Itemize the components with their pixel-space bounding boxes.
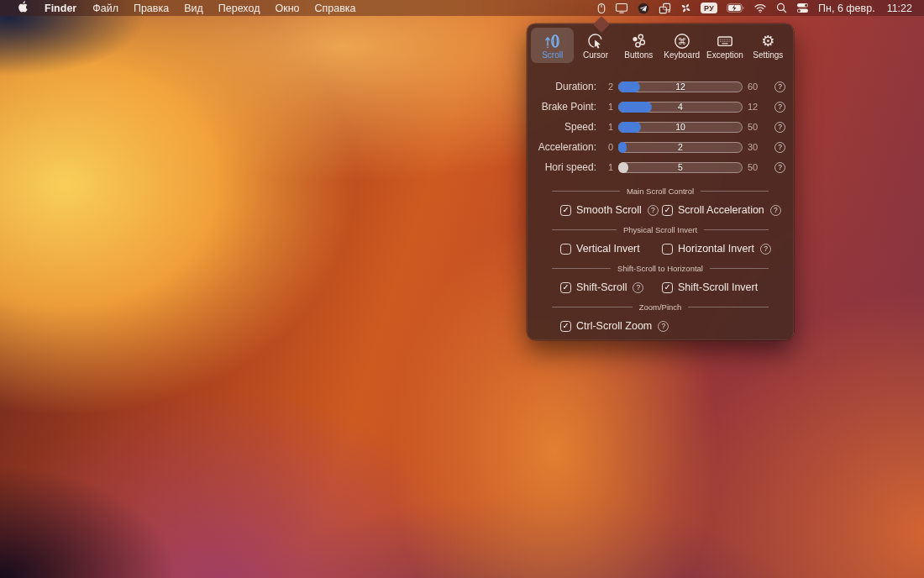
tab-label: Cursor — [583, 50, 608, 60]
menu-go[interactable]: Переход — [211, 3, 268, 14]
checkmark-icon: ✓ — [664, 206, 671, 214]
help-glyph: ? — [774, 206, 778, 214]
window-switch-icon[interactable] — [659, 2, 671, 15]
checkbox-label: Vertical Invert — [576, 243, 640, 255]
slider-row-acceleration: Acceleration: 0 2 30 ? — [531, 137, 790, 157]
battery-charging-icon[interactable] — [727, 2, 744, 15]
tab-label: Keyboard — [664, 50, 700, 60]
slider-track[interactable]: 4 — [618, 102, 743, 113]
apple-menu[interactable] — [9, 1, 36, 15]
checkbox-row: ✓ Smooth Scroll ? ✓ Scroll Acceleration … — [527, 201, 794, 219]
tab-cursor[interactable]: Cursor — [574, 28, 617, 63]
checkbox-sections: Main Scroll Control ✓ Smooth Scroll ? ✓ … — [527, 186, 794, 335]
slider-min-value: 1 — [601, 162, 613, 172]
checkbox: ✓ — [662, 282, 673, 293]
wifi-icon[interactable] — [753, 2, 767, 15]
checkbox-shift-scroll[interactable]: ✓ Shift-Scroll ? — [560, 281, 662, 293]
telegram-icon[interactable] — [638, 2, 649, 15]
checkmark-icon: ✓ — [563, 206, 570, 214]
tab-keyboard[interactable]: ⌘ Keyboard — [660, 28, 703, 63]
menu-file[interactable]: Файл — [85, 3, 126, 14]
help-icon[interactable]: ? — [770, 205, 781, 216]
checkbox-smooth-scroll[interactable]: ✓ Smooth Scroll ? — [560, 204, 662, 216]
checkbox-scroll-acceleration[interactable]: ✓ Scroll Acceleration ? — [662, 204, 794, 216]
slider-label: Acceleration: — [531, 141, 596, 153]
cursor-icon — [586, 31, 605, 50]
slider-min-value: 1 — [601, 102, 613, 112]
buttons-icon — [629, 31, 648, 50]
slider-track[interactable]: 5 — [618, 162, 743, 173]
tab-exception[interactable]: Exception — [703, 28, 746, 63]
checkbox-label: Smooth Scroll — [576, 204, 642, 216]
slider-track[interactable]: 10 — [618, 122, 743, 133]
search-icon[interactable] — [776, 2, 787, 15]
menu-edit[interactable]: Правка — [126, 3, 176, 14]
help-icon[interactable]: ? — [774, 81, 785, 92]
display-icon[interactable] — [615, 2, 628, 15]
tab-scroll[interactable]: Scroll — [531, 28, 574, 63]
checkbox-label: Horizontal Invert — [678, 243, 754, 255]
slider-track[interactable]: 12 — [618, 81, 743, 92]
help-glyph: ? — [661, 322, 665, 330]
slider-max-value: 50 — [748, 122, 769, 132]
section-title: Zoom/Pinch — [639, 302, 682, 312]
svg-text:⌘: ⌘ — [677, 35, 686, 45]
divider-line — [552, 268, 611, 269]
slider-max-value: 60 — [748, 81, 769, 92]
slider-label: Duration: — [531, 81, 596, 92]
checkbox: ✓ — [560, 321, 571, 332]
section-title: Shift-Scroll to Horizontal — [617, 264, 703, 273]
section-title: Main Scroll Control — [627, 187, 694, 196]
tab-settings[interactable]: ⚙ Settings — [747, 28, 790, 63]
section-header-zoom-pinch: Zoom/Pinch — [527, 302, 794, 312]
active-app-menu[interactable]: Finder — [36, 3, 85, 14]
slider-label: Hori speed: — [531, 161, 596, 173]
help-icon[interactable]: ? — [774, 102, 785, 113]
divider-line — [701, 191, 769, 192]
checkbox-vertical-invert[interactable]: ✓ Vertical Invert ? — [560, 243, 662, 255]
input-source-badge[interactable]: РУ — [701, 3, 717, 13]
checkbox-row: ✓ Shift-Scroll ? ✓ Shift-Scroll Invert ? — [527, 278, 794, 297]
menu-view[interactable]: Вид — [176, 3, 211, 14]
menu-bar-date[interactable]: Пн, 6 февр. — [818, 3, 875, 14]
checkmark-icon: ✓ — [563, 283, 570, 292]
slider-current-value: 2 — [618, 142, 743, 153]
help-glyph: ? — [651, 206, 655, 214]
checkbox-label: Ctrl-Scroll Zoom — [576, 320, 652, 332]
menu-help[interactable]: Справка — [307, 3, 364, 14]
help-glyph: ? — [778, 102, 782, 111]
checkbox-horizontal-invert[interactable]: ✓ Horizontal Invert ? — [662, 243, 794, 255]
checkbox: ✓ — [560, 205, 571, 216]
checkbox-label: Shift-Scroll Invert — [678, 281, 758, 293]
divider-line — [552, 191, 620, 192]
help-icon[interactable]: ? — [633, 282, 643, 293]
checkbox-row: ✓ Vertical Invert ? ✓ Horizontal Invert … — [527, 239, 794, 258]
help-glyph: ? — [778, 123, 782, 131]
menu-window[interactable]: Окно — [267, 3, 307, 14]
tab-label: Exception — [706, 50, 743, 60]
pinwheel-icon[interactable] — [680, 2, 691, 15]
checkbox-shift-scroll-invert[interactable]: ✓ Shift-Scroll Invert ? — [662, 281, 794, 293]
control-center-icon[interactable] — [796, 2, 809, 15]
help-icon[interactable]: ? — [648, 205, 659, 216]
help-icon[interactable]: ? — [774, 162, 785, 173]
help-icon[interactable]: ? — [760, 244, 771, 255]
help-icon[interactable]: ? — [774, 142, 785, 153]
section-header-physical-scroll-invert: Physical Scroll Invert — [527, 224, 794, 234]
tab-label: Settings — [753, 50, 783, 60]
mouse-icon[interactable] — [597, 2, 606, 15]
slider-current-value: 5 — [618, 162, 743, 173]
help-icon[interactable]: ? — [658, 321, 669, 332]
slider-row-hori-speed: Hori speed: 1 5 50 ? — [531, 157, 790, 177]
checkbox-label: Shift-Scroll — [576, 281, 627, 293]
checkbox-ctrl-scroll-zoom[interactable]: ✓ Ctrl-Scroll Zoom ? — [560, 320, 662, 332]
slider-track[interactable]: 2 — [618, 142, 743, 153]
help-glyph: ? — [764, 244, 768, 253]
tab-buttons[interactable]: Buttons — [617, 28, 660, 63]
slider-current-value: 12 — [618, 81, 743, 92]
tab-label: Scroll — [542, 50, 563, 60]
section-header-main-scroll-control: Main Scroll Control — [527, 186, 794, 196]
help-icon[interactable]: ? — [774, 122, 785, 133]
menu-bar-clock[interactable]: 11:22 — [887, 3, 912, 14]
checkmark-icon: ✓ — [664, 283, 671, 292]
